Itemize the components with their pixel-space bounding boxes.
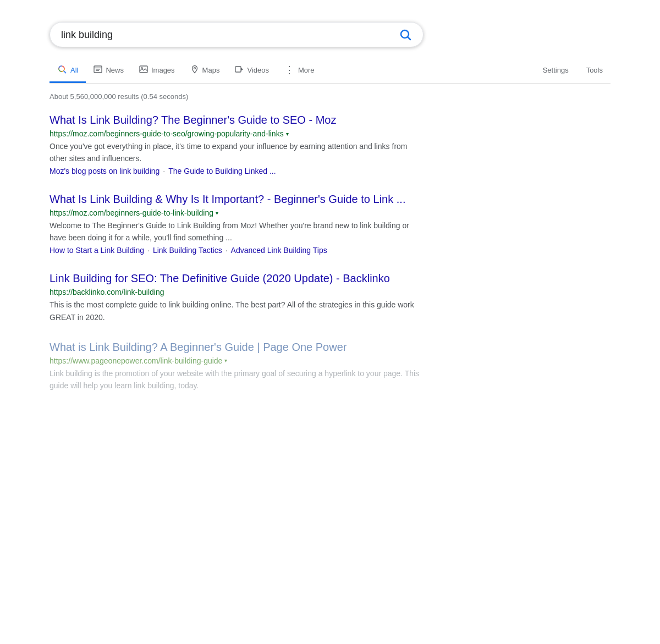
svg-rect-15 [235, 67, 241, 72]
tab-tools[interactable]: Tools [579, 60, 610, 81]
results-info: About 5,560,000,000 results (0.54 second… [50, 92, 610, 101]
svg-rect-12 [140, 66, 147, 73]
tab-images[interactable]: Images [131, 59, 183, 82]
tab-more-label: More [298, 66, 315, 74]
tab-maps-label: Maps [202, 66, 220, 74]
result-title[interactable]: Link Building for SEO: The Definitive Gu… [50, 271, 424, 285]
all-icon [57, 64, 67, 76]
tab-news[interactable]: News [86, 59, 131, 82]
nav-right: Settings Tools [535, 60, 610, 81]
result-url-row: https://moz.com/beginners-guide-to-link-… [50, 208, 424, 217]
result-item: What Is Link Building? The Beginner's Gu… [50, 113, 424, 175]
tab-maps[interactable]: Maps [183, 59, 228, 82]
sitelink[interactable]: How to Start a Link Building [50, 246, 144, 255]
sitelink-separator: · [163, 167, 165, 175]
result-item: What Is Link Building & Why Is It Import… [50, 192, 424, 255]
result-title[interactable]: What Is Link Building & Why Is It Import… [50, 192, 424, 206]
more-icon: ⋮ [284, 64, 295, 76]
svg-line-7 [64, 71, 66, 73]
result-item: Link Building for SEO: The Definitive Gu… [50, 271, 424, 323]
sitelink[interactable]: Link Building Tactics [153, 246, 222, 255]
images-icon [139, 65, 148, 75]
result-url-arrow[interactable]: ▾ [216, 210, 218, 216]
sitelink[interactable]: Moz's blog posts on link building [50, 167, 160, 175]
tab-tools-label: Tools [586, 66, 603, 74]
svg-line-1 [408, 37, 411, 40]
tab-videos-label: Videos [247, 66, 269, 74]
tab-all-label: All [70, 66, 78, 74]
result-url[interactable]: https://www.pageonepower.com/link-buildi… [50, 356, 222, 365]
tab-more[interactable]: ⋮ More [277, 58, 322, 83]
result-snippet: Welcome to The Beginner's Guide to Link … [50, 219, 424, 244]
result-snippet: Once you've got everything in place, it'… [50, 140, 424, 164]
tab-images-label: Images [151, 66, 175, 74]
page-wrapper: All News Images [28, 0, 632, 419]
result-url-arrow[interactable]: ▾ [224, 357, 227, 364]
svg-point-14 [194, 67, 195, 69]
result-url[interactable]: https://backlinko.com/link-building [50, 288, 164, 296]
result-snippet: This is the most complete guide to link … [50, 299, 424, 323]
result-item: What is Link Building? A Beginner's Guid… [50, 340, 424, 392]
search-input[interactable] [61, 29, 399, 41]
result-url-arrow[interactable]: ▾ [286, 131, 289, 137]
search-bar [50, 22, 424, 47]
tab-videos[interactable]: Videos [227, 59, 277, 82]
tab-all[interactable]: All [50, 59, 86, 83]
result-url[interactable]: https://moz.com/beginners-guide-to-link-… [50, 208, 213, 217]
sitelink-separator: · [147, 246, 150, 255]
result-url-row: https://backlinko.com/link-building [50, 288, 424, 296]
result-url-row: https://moz.com/beginners-guide-to-seo/g… [50, 129, 424, 138]
result-sitelinks: How to Start a Link Building · Link Buil… [50, 246, 424, 255]
sitelink[interactable]: Advanced Link Building Tips [231, 246, 327, 255]
result-url-row: https://www.pageonepower.com/link-buildi… [50, 356, 424, 365]
nav-tabs: All News Images [50, 58, 610, 84]
result-url[interactable]: https://moz.com/beginners-guide-to-seo/g… [50, 129, 284, 138]
videos-icon [235, 65, 244, 75]
svg-marker-16 [241, 68, 243, 71]
result-sitelinks: Moz's blog posts on link building · The … [50, 167, 424, 175]
sitelink[interactable]: The Guide to Building Linked ... [168, 167, 276, 175]
sitelink-separator: · [226, 246, 228, 255]
tab-settings[interactable]: Settings [535, 60, 576, 81]
search-icon [399, 28, 412, 41]
result-snippet: Link building is the promotion of your w… [50, 367, 424, 392]
tab-news-label: News [106, 66, 124, 74]
search-button[interactable] [399, 28, 412, 41]
maps-icon [190, 65, 199, 75]
result-title[interactable]: What is Link Building? A Beginner's Guid… [50, 340, 424, 354]
news-icon [94, 65, 102, 75]
tab-settings-label: Settings [543, 66, 569, 74]
result-title[interactable]: What Is Link Building? The Beginner's Gu… [50, 113, 424, 127]
